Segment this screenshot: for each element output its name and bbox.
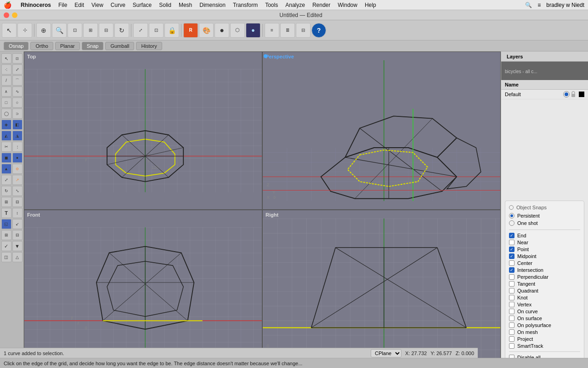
properties[interactable]: ≣ [280, 23, 295, 38]
rectangle-tool[interactable]: □ [1, 98, 11, 108]
layout-tool[interactable]: △ [12, 252, 23, 262]
menu-curve[interactable]: Curve [111, 2, 125, 8]
solid-sphere[interactable]: ● [12, 153, 23, 163]
menu-rhinoceros[interactable]: Rhinoceros [21, 2, 51, 8]
dimension-tool[interactable]: ↕ [12, 208, 23, 218]
ellipse-tool[interactable]: ◯ [1, 109, 11, 119]
menu-file[interactable]: File [58, 2, 67, 8]
radio-one-shot[interactable]: One shot [509, 220, 580, 226]
scale-tool[interactable]: ⤡ [12, 186, 23, 196]
search-icon[interactable]: 🔍 [525, 2, 532, 8]
viewport-right[interactable]: Right [262, 210, 501, 368]
checkbox-on-curve[interactable] [509, 309, 514, 314]
checkbox-center[interactable] [509, 260, 514, 266]
menu-analyze[interactable]: Analyze [285, 2, 305, 8]
check-vertex[interactable]: Vertex [509, 302, 580, 307]
mirror-tool[interactable]: ⊟ [12, 197, 23, 207]
zoom-select[interactable]: ⊟ [99, 23, 113, 38]
snap-settings[interactable]: ⊡ [149, 23, 164, 38]
layer-visible-icon[interactable] [563, 91, 570, 98]
split-tool[interactable]: ⋮ [12, 142, 23, 152]
menu-render[interactable]: Render [312, 2, 330, 8]
checkbox-near[interactable] [509, 240, 514, 245]
solid-box[interactable]: ◼ [1, 153, 11, 163]
viewport-front[interactable]: Front [24, 210, 262, 368]
check-on-curve[interactable]: On curve [509, 309, 580, 314]
close-button[interactable] [4, 12, 9, 18]
trim-tool[interactable]: ✂ [1, 142, 11, 152]
check-center[interactable]: Center [509, 260, 580, 266]
check-on-surface[interactable]: On surface [509, 316, 580, 321]
tab-layers[interactable]: Layers [503, 53, 526, 60]
block-tool[interactable]: ◱ [1, 219, 11, 229]
layer-default[interactable]: Default [501, 90, 588, 99]
arc-tool[interactable]: ⌒ [12, 75, 23, 86]
checkbox-vertex[interactable] [509, 302, 514, 307]
notes[interactable]: ⊟ [296, 23, 311, 38]
menu-edit[interactable]: Edit [74, 2, 84, 8]
drag-tool[interactable]: ⤢ [12, 64, 23, 75]
checkbox-end[interactable] [509, 233, 514, 238]
rhino-logo[interactable]: R [183, 23, 198, 38]
snap-planar[interactable]: Planar [55, 42, 80, 50]
snap-osnap[interactable]: Osnap [4, 42, 28, 50]
checkbox-midpoint[interactable] [509, 253, 514, 259]
check-end[interactable]: End [509, 233, 580, 238]
checkbox-smarttrack[interactable] [509, 343, 514, 349]
snap-history[interactable]: History [136, 42, 162, 50]
checkbox-quadrant[interactable] [509, 288, 514, 293]
pan-tool[interactable]: ⊕ [36, 23, 51, 38]
check-quadrant[interactable]: Quadrant [509, 288, 580, 293]
copy-tool[interactable]: ↗ [12, 175, 23, 185]
checkbox-project[interactable] [509, 336, 514, 342]
curve-tool[interactable]: ∿ [12, 86, 23, 97]
cursor-tool[interactable]: ⊹ [17, 23, 32, 38]
checkbox-tangent[interactable] [509, 281, 514, 287]
check-intersection[interactable]: Intersection [509, 267, 580, 273]
display-mode[interactable]: ● [246, 23, 260, 38]
menu-dimension[interactable]: Dimension [199, 2, 226, 8]
sub-select[interactable]: ⊡ [12, 53, 23, 63]
snap-snap[interactable]: Snap [82, 42, 104, 50]
zoom-extents[interactable]: ⊞ [83, 23, 98, 38]
extrude-tool[interactable]: ▲ [1, 164, 11, 174]
layer-lock-icon[interactable] [571, 91, 577, 98]
checkbox-perpendicular[interactable] [509, 274, 514, 280]
check-smarttrack[interactable]: SmartTrack [509, 343, 580, 349]
rotate-tool[interactable]: ↻ [1, 186, 11, 196]
arrow-down[interactable]: ▼ [12, 241, 23, 251]
checkbox-knot[interactable] [509, 295, 514, 300]
check-on-mesh[interactable]: On mesh [509, 329, 580, 335]
checkbox-intersection[interactable] [509, 267, 514, 273]
array-tool[interactable]: ⊞ [1, 197, 11, 207]
select-tool[interactable]: ↖ [2, 23, 17, 38]
polyline-tool[interactable]: ∧ [1, 86, 11, 97]
check-on-polysurface[interactable]: On polysurface [509, 322, 580, 328]
checkbox-on-mesh[interactable] [509, 329, 514, 335]
radio-persistent[interactable]: Persistent [509, 213, 580, 218]
check-project[interactable]: Project [509, 336, 580, 342]
offset-tool[interactable]: ⊃ [12, 109, 23, 119]
menu-view[interactable]: View [91, 2, 103, 8]
text-tool[interactable]: T [1, 208, 11, 218]
menu-help[interactable]: Help [365, 2, 376, 8]
zoom-window[interactable]: ⊡ [68, 23, 82, 38]
snap-ortho[interactable]: Ortho [30, 42, 53, 50]
layers-toggle[interactable]: ≡ [265, 23, 279, 38]
boolean-tool[interactable]: ⚙ [12, 164, 23, 174]
menu-window[interactable]: Window [338, 2, 357, 8]
move-objects[interactable]: ⤢ [1, 175, 11, 185]
layer-color-swatch[interactable] [579, 92, 584, 97]
menu-transform[interactable]: Transform [233, 2, 258, 8]
menu-solid[interactable]: Solid [159, 2, 171, 8]
check-perpendicular[interactable]: Perpendicular [509, 274, 580, 280]
material-ball[interactable]: ● [215, 23, 229, 38]
surface-from-pts[interactable]: ◈ [1, 120, 11, 130]
apple-menu[interactable]: 🍎 [4, 1, 11, 9]
zoom-tool[interactable]: 🔍 [52, 23, 67, 38]
surface-edge[interactable]: ◧ [12, 120, 23, 130]
check-midpoint[interactable]: Midpoint [509, 253, 580, 259]
menu-tools[interactable]: Tools [265, 2, 278, 8]
check-knot[interactable]: Knot [509, 295, 580, 300]
check-mark[interactable]: ✓ [1, 241, 11, 251]
